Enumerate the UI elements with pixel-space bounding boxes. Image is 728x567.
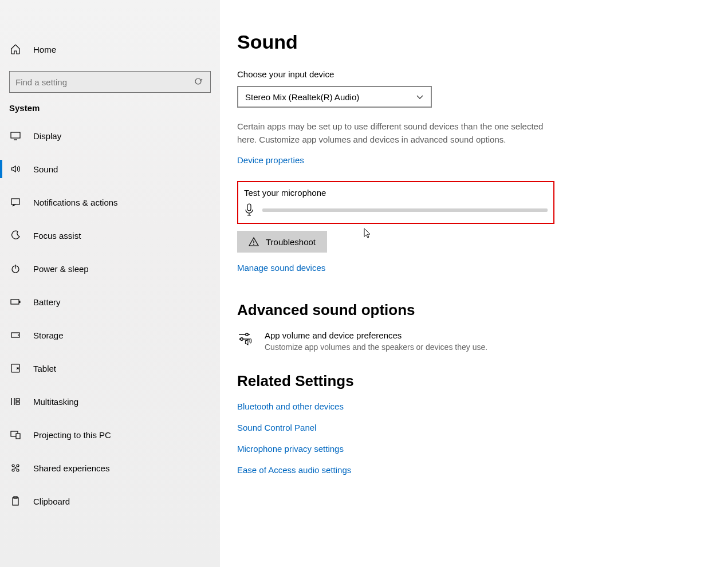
sidebar-item-battery[interactable]: Battery bbox=[0, 288, 220, 316]
sidebar-item-projecting[interactable]: Projecting to this PC bbox=[0, 421, 220, 448]
section-system-label: System bbox=[0, 103, 220, 122]
svg-point-22 bbox=[12, 464, 14, 467]
sidebar-item-clipboard[interactable]: Clipboard bbox=[0, 487, 220, 515]
sidebar-item-label: Tablet bbox=[33, 364, 56, 373]
tablet-icon bbox=[9, 362, 22, 375]
svg-rect-6 bbox=[11, 132, 20, 138]
related-links: Bluetooth and other devicesSound Control… bbox=[237, 401, 711, 475]
sidebar-item-label: Power & sleep bbox=[33, 264, 89, 274]
projecting-icon bbox=[9, 428, 22, 441]
svg-point-24 bbox=[12, 469, 14, 471]
related-link-1[interactable]: Sound Control Panel bbox=[237, 423, 711, 432]
advanced-heading: Advanced sound options bbox=[237, 301, 711, 319]
sidebar-item-power-sleep[interactable]: Power & sleep bbox=[0, 255, 220, 282]
svg-point-23 bbox=[17, 464, 19, 467]
pref-desc: Customize app volumes and the speakers o… bbox=[265, 342, 487, 352]
sidebar-item-storage[interactable]: Storage bbox=[0, 321, 220, 349]
sidebar-item-display[interactable]: Display bbox=[0, 122, 220, 149]
display-icon bbox=[9, 129, 22, 142]
home-label: Home bbox=[33, 45, 56, 54]
sidebar-item-multitasking[interactable]: Multitasking bbox=[0, 388, 220, 415]
svg-rect-11 bbox=[11, 300, 19, 304]
related-heading: Related Settings bbox=[237, 372, 711, 390]
svg-rect-21 bbox=[16, 434, 20, 439]
nav-list: DisplaySoundNotifications & actionsFocus… bbox=[0, 122, 220, 515]
input-device-description: Certain apps may be set up to use differ… bbox=[237, 120, 558, 146]
sidebar-item-label: Sound bbox=[33, 164, 58, 174]
svg-point-34 bbox=[241, 338, 243, 340]
shared-experiences-icon bbox=[9, 462, 22, 474]
chevron-down-icon bbox=[416, 93, 424, 101]
test-microphone-section: Test your microphone bbox=[237, 181, 554, 224]
sidebar-item-label: Battery bbox=[33, 297, 61, 307]
sliders-icon bbox=[237, 330, 254, 348]
pref-title: App volume and device preferences bbox=[265, 330, 487, 340]
svg-rect-19 bbox=[16, 402, 19, 404]
sound-icon bbox=[9, 163, 22, 175]
multitasking-icon bbox=[9, 395, 22, 408]
sidebar-item-label: Multitasking bbox=[33, 397, 78, 407]
test-mic-label: Test your microphone bbox=[244, 188, 548, 198]
sidebar-item-shared-experiences[interactable]: Shared experiences bbox=[0, 454, 220, 482]
sidebar-item-label: Shared experiences bbox=[33, 463, 109, 473]
troubleshoot-label: Troubleshoot bbox=[266, 237, 316, 247]
svg-rect-28 bbox=[247, 204, 251, 211]
sidebar-item-tablet[interactable]: Tablet bbox=[0, 355, 220, 382]
input-device-dropdown[interactable]: Stereo Mix (Realtek(R) Audio) bbox=[237, 86, 432, 108]
sidebar-item-label: Display bbox=[33, 131, 61, 141]
sidebar-item-label: Clipboard bbox=[33, 497, 70, 506]
svg-point-32 bbox=[246, 333, 248, 336]
sidebar-item-label: Projecting to this PC bbox=[33, 430, 111, 440]
mic-level-bar bbox=[262, 208, 548, 212]
search-box[interactable] bbox=[9, 71, 211, 93]
search-input[interactable] bbox=[15, 77, 204, 87]
svg-point-30 bbox=[253, 244, 254, 245]
related-link-2[interactable]: Microphone privacy settings bbox=[237, 444, 711, 454]
input-device-value: Stereo Mix (Realtek(R) Audio) bbox=[245, 92, 359, 102]
main-content: Sound Choose your input device Stereo Mi… bbox=[220, 0, 728, 567]
svg-rect-12 bbox=[19, 301, 21, 303]
troubleshoot-button[interactable]: Troubleshoot bbox=[237, 231, 327, 253]
svg-point-4 bbox=[195, 78, 201, 84]
microphone-icon bbox=[244, 203, 254, 217]
storage-icon bbox=[9, 329, 22, 341]
power-sleep-icon bbox=[9, 262, 22, 275]
sidebar-item-focus-assist[interactable]: Focus assist bbox=[0, 222, 220, 249]
manage-sound-devices-link[interactable]: Manage sound devices bbox=[237, 263, 325, 273]
app-volume-preferences[interactable]: App volume and device preferences Custom… bbox=[237, 330, 711, 352]
page-title: Sound bbox=[237, 31, 711, 53]
focus-assist-icon bbox=[9, 229, 22, 242]
svg-rect-8 bbox=[11, 199, 19, 204]
clipboard-icon bbox=[9, 495, 22, 507]
related-link-0[interactable]: Bluetooth and other devices bbox=[237, 401, 711, 411]
related-link-3[interactable]: Ease of Access audio settings bbox=[237, 465, 711, 475]
svg-point-25 bbox=[17, 469, 19, 471]
battery-icon bbox=[9, 296, 22, 308]
device-properties-link[interactable]: Device properties bbox=[237, 155, 304, 165]
svg-point-14 bbox=[18, 334, 19, 336]
warning-icon bbox=[249, 237, 259, 247]
svg-rect-26 bbox=[13, 498, 18, 505]
notifications-icon bbox=[9, 196, 22, 208]
input-device-label: Choose your input device bbox=[237, 69, 711, 79]
sidebar-item-label: Notifications & actions bbox=[33, 198, 118, 207]
sidebar-item-label: Storage bbox=[33, 330, 64, 340]
sidebar: Home System DisplaySoundNotifications & … bbox=[0, 0, 220, 567]
search-icon bbox=[194, 77, 203, 86]
sidebar-item-label: Focus assist bbox=[33, 231, 81, 241]
home-icon bbox=[9, 43, 22, 56]
sidebar-item-notifications[interactable]: Notifications & actions bbox=[0, 188, 220, 216]
svg-rect-18 bbox=[16, 399, 19, 401]
home-nav[interactable]: Home bbox=[0, 34, 220, 64]
sidebar-item-sound[interactable]: Sound bbox=[0, 155, 220, 183]
